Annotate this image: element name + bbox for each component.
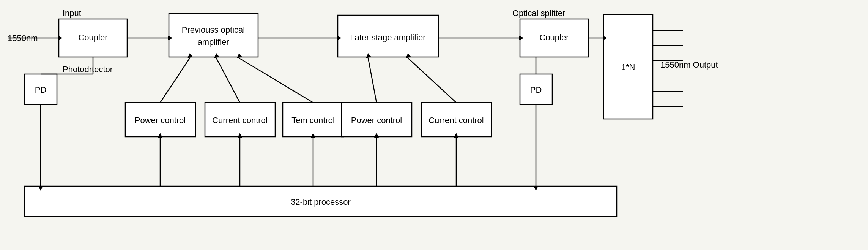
coupler2-label: Coupler (539, 33, 569, 42)
current-ctrl2-label: Current control (428, 116, 484, 125)
prev-amp-label1: Previouss optical (182, 25, 245, 35)
pd2-label: PD (530, 85, 542, 95)
current-ctrl1-label: Current control (212, 116, 268, 125)
tem-ctrl-label: Tem control (291, 116, 335, 125)
processor-label: 32-bit processor (291, 197, 351, 207)
coupler1-label: Coupler (78, 33, 107, 42)
prev-amp-box (169, 13, 258, 57)
optical-splitter-anno: Optical splitter (512, 8, 565, 18)
photodetector-label: Photodrtector (63, 65, 113, 74)
prev-amp-label2: amplifier (197, 37, 229, 47)
diagram-container: Coupler PD Previouss optical amplifier P… (0, 0, 868, 250)
power-ctrl2-label: Power control (351, 116, 402, 125)
later-amp-label: Later stage amplifier (350, 33, 425, 42)
power-ctrl1-label: Power control (135, 116, 186, 125)
splitter-label: 1*N (621, 62, 635, 72)
pd1-label: PD (35, 85, 47, 95)
output-label: 1550nm Output (660, 60, 718, 70)
input-label: Input (63, 8, 81, 18)
